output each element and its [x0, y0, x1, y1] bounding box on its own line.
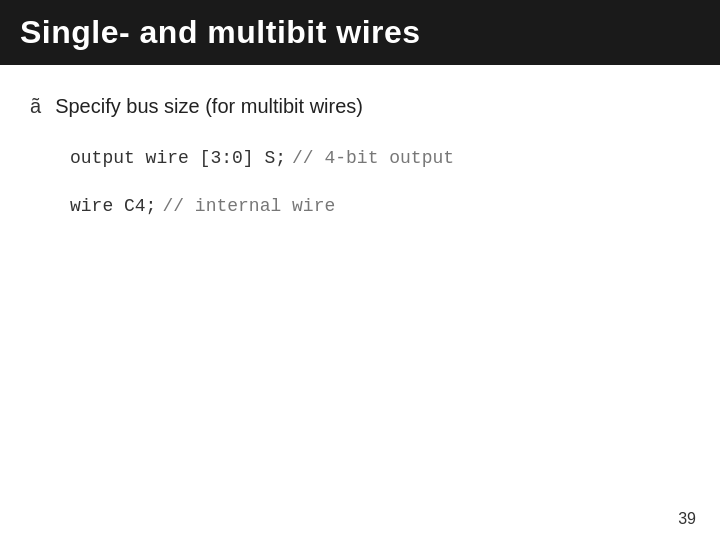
code-comment-1: // 4-bit output	[292, 148, 454, 168]
code-comment-2: // internal wire	[162, 196, 335, 216]
slide-title: Single- and multibit wires	[20, 14, 421, 51]
code-line-2: wire C4; // internal wire	[70, 196, 690, 216]
bullet-item: ã Specify bus size (for multibit wires)	[30, 95, 690, 118]
page-number: 39	[678, 510, 696, 528]
code-block: output wire [3:0] S; // 4-bit output wir…	[70, 148, 690, 216]
header-bar: Single- and multibit wires	[0, 0, 720, 65]
content-area: ã Specify bus size (for multibit wires) …	[0, 65, 720, 264]
code-text-1: output wire [3:0] S;	[70, 148, 286, 168]
bullet-char: ã	[30, 95, 41, 118]
code-line-1: output wire [3:0] S; // 4-bit output	[70, 148, 690, 168]
code-text-2: wire C4;	[70, 196, 156, 216]
bullet-text: Specify bus size (for multibit wires)	[55, 95, 363, 118]
